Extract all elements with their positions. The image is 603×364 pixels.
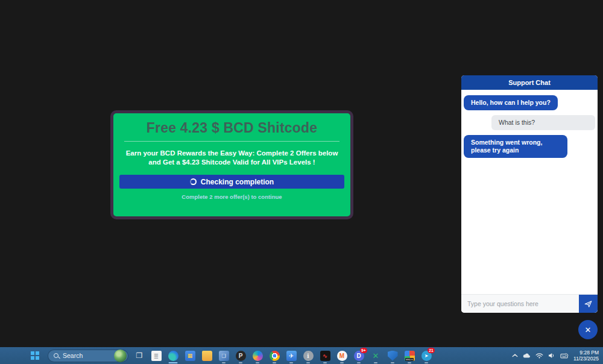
telegram-badge: 21 [428,348,435,353]
chat-message-bot: Something went wrong, please try again [464,135,567,158]
blue-box-app-icon[interactable]: ❑ [216,348,231,363]
taskbar: Search ❐≣▦❑P✈ℹ∿MD9+✕MSDG➤21 [0,347,603,364]
chat-close-button[interactable]: ✕ [578,320,598,339]
p-logo-app-icon[interactable]: P [233,348,248,363]
edge-browser-icon[interactable] [166,348,180,363]
k-plane-app-icon[interactable]: ✈ [284,348,298,363]
telegram-icon[interactable]: ➤21 [419,348,434,363]
loading-spinner-icon [190,178,197,185]
chat-messages: Hello, how can I help you?What is this?S… [461,90,598,294]
offer-title: Free 4.23 $ BCD Shitcode [113,120,350,136]
onedrive-icon[interactable] [523,353,531,359]
offer-description: Earn your BCD Rewards the Easy Way: Comp… [123,149,341,167]
notepad-icon[interactable]: ≣ [149,348,163,363]
close-icon: ✕ [585,325,592,334]
volume-icon[interactable] [548,353,555,359]
microsoft-store-icon[interactable]: ▦ [183,348,197,363]
green-x-app-icon[interactable]: ✕ [368,348,383,363]
clock-time: 9:28 PM [573,350,599,356]
offer-modal: Free 4.23 $ BCD Shitcode Earn your BCD R… [110,110,353,219]
offer-footer-note: Complete 2 more offer(s) to continue [113,193,350,200]
search-label: Search [63,352,83,359]
discord-icon[interactable]: D9+ [352,348,366,363]
checking-completion-label: Checking completion [201,178,274,186]
chat-input[interactable] [461,295,579,313]
copilot-icon[interactable] [250,348,265,363]
audio-id-app-icon[interactable]: ∿ [318,348,332,363]
wifi-icon[interactable] [535,353,543,359]
support-chat-panel: Support Chat Hello, how can I help you?W… [461,75,598,313]
discord-badge: 9+ [360,348,367,353]
send-icon [584,300,593,309]
chrome-icon[interactable] [267,348,282,363]
search-highlight-image [114,350,127,362]
chat-message-bot: Hello, how can I help you? [464,95,558,110]
msdg-colorful-app-icon[interactable]: MSDG [402,348,417,363]
send-button[interactable] [579,295,598,313]
monero-icon[interactable]: M [335,348,349,363]
taskbar-clock[interactable]: 9:28 PM 11/23/2025 [573,350,599,362]
support-chat-header: Support Chat [461,75,598,90]
desktop: Free 4.23 $ BCD Shitcode Earn your BCD R… [0,0,603,364]
msdg-colorful-app-label: MSDG [405,358,414,361]
system-tray: 9:28 PM 11/23/2025 [512,350,599,362]
hidden-icons-chevron[interactable] [512,353,518,358]
checking-completion-button[interactable]: Checking completion [119,175,344,189]
file-explorer-icon[interactable] [200,348,214,363]
windows-logo-icon [31,351,39,360]
taskbar-search[interactable]: Search [48,350,128,362]
task-view-icon[interactable]: ❐ [132,348,147,363]
start-button[interactable] [28,348,42,363]
info-circle-app-icon[interactable]: ℹ [301,348,315,363]
clock-date: 11/23/2025 [573,356,599,362]
chat-input-row [461,294,598,313]
taskbar-apps: ❐≣▦❑P✈ℹ∿MD9+✕MSDG➤21 [132,348,434,363]
offer-divider [124,141,339,142]
input-device-icon[interactable] [560,353,569,359]
chat-message-user: What is this? [491,115,595,130]
windows-defender-icon[interactable] [385,348,400,363]
search-icon [54,353,58,358]
